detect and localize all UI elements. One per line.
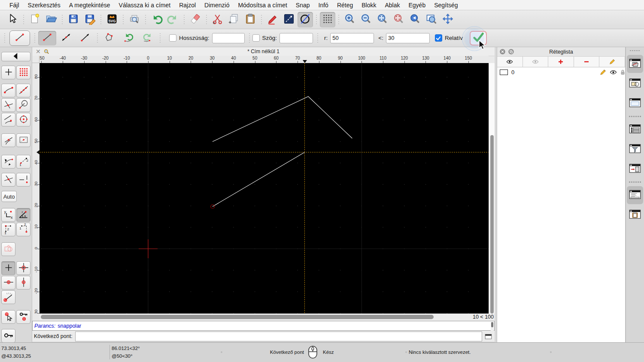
drawing-canvas[interactable]	[39, 63, 489, 314]
snap-free[interactable]	[1, 66, 15, 79]
length-input[interactable]	[212, 33, 245, 43]
menu-item-1[interactable]: Fájl	[5, 2, 24, 9]
relative-checkbox[interactable]	[435, 34, 442, 42]
panel-entity-list-button[interactable]	[627, 121, 643, 139]
menu-item-8[interactable]: Snap	[292, 2, 314, 9]
coordinate-cartesian[interactable]: yx	[1, 208, 15, 222]
crosshair-full[interactable]	[16, 261, 30, 275]
pick-coordinate[interactable]	[1, 310, 15, 324]
print-preview-button[interactable]	[127, 12, 142, 27]
menu-item-13[interactable]: Egyéb	[404, 2, 430, 9]
undo-button[interactable]	[149, 12, 164, 27]
redo-segment-button[interactable]	[139, 31, 157, 45]
remove-layer-button[interactable]	[574, 57, 600, 67]
new-document-button[interactable]	[27, 12, 43, 27]
menu-item-5[interactable]: Rajzol	[175, 2, 200, 9]
zoom-out-button[interactable]	[358, 12, 374, 27]
exclusive-snap[interactable]	[16, 173, 30, 187]
menu-item-3[interactable]: A megtekintése	[65, 2, 115, 9]
snap-center[interactable]	[16, 98, 30, 112]
menu-item-7[interactable]: Módosítsa a címet	[234, 2, 291, 9]
snap-on-entity[interactable]	[16, 84, 30, 97]
menu-item-11[interactable]: Blokk	[357, 2, 380, 9]
save-document-button[interactable]	[66, 12, 81, 27]
delete-selected-button[interactable]	[188, 12, 203, 27]
menu-item-14[interactable]: Segítség	[430, 2, 462, 9]
grid-toggle-button[interactable]	[320, 12, 335, 27]
divide-distance[interactable]: 12	[16, 155, 30, 169]
edit-pen-button[interactable]	[265, 12, 280, 27]
layer-row[interactable]: 0	[497, 67, 625, 77]
angle-input[interactable]	[279, 33, 313, 43]
line-ray-button[interactable]	[76, 31, 94, 45]
select-cursor-button[interactable]	[5, 12, 20, 27]
menu-item-4[interactable]: Válassza ki a címet	[115, 2, 175, 9]
horizontal-scroll-thumb[interactable]	[41, 315, 434, 319]
cut-button[interactable]	[210, 12, 225, 27]
panel-library-browser-button[interactable]	[627, 94, 643, 112]
snap-intersection-manual[interactable]	[1, 173, 15, 187]
angle-checkbox[interactable]	[252, 34, 260, 42]
polar-angle-input[interactable]	[386, 33, 430, 43]
snap-grid[interactable]	[16, 66, 30, 79]
menu-item-6[interactable]: Dimenzió	[200, 2, 234, 9]
copy-button[interactable]	[226, 12, 242, 27]
radius-input[interactable]	[330, 33, 374, 43]
menu-item-2[interactable]: Szerkesztés	[24, 2, 65, 9]
line-two-points-button[interactable]	[38, 31, 56, 45]
add-layer-button[interactable]	[548, 57, 574, 67]
layer-edit-pencil-icon[interactable]	[599, 69, 607, 75]
lock-zero[interactable]	[1, 329, 15, 343]
restrict-orthogonal[interactable]	[1, 155, 15, 169]
export-svg-button[interactable]: SVG	[104, 12, 120, 27]
snap-distance[interactable]	[1, 113, 15, 127]
lock-relative-zero[interactable]	[16, 310, 30, 324]
line-bidirectional-button[interactable]	[57, 31, 75, 45]
length-checkbox[interactable]	[169, 34, 176, 42]
back-button[interactable]	[1, 52, 30, 61]
hide-all-layers-button[interactable]	[523, 57, 549, 67]
open-document-button[interactable]	[43, 12, 59, 27]
panel-clipboard-button[interactable]	[627, 206, 643, 224]
command-input[interactable]	[75, 332, 482, 341]
draw-order-button[interactable]	[298, 12, 313, 27]
snap-middle[interactable]	[16, 113, 30, 127]
panel-selection-filter-button[interactable]	[627, 140, 643, 158]
corner-point-21[interactable]: 21	[16, 223, 30, 236]
zoom-in-button[interactable]	[342, 12, 358, 27]
menu-item-12[interactable]: Ablak	[380, 2, 404, 9]
set-relative-zero[interactable]	[1, 261, 15, 275]
relative-shape[interactable]	[1, 242, 15, 256]
paste-button[interactable]	[243, 12, 258, 27]
crosshair-horizontal[interactable]	[1, 276, 15, 290]
zoom-window-button[interactable]	[424, 12, 439, 27]
edit-layer-button[interactable]	[599, 57, 625, 67]
snap-intersection-auto[interactable]	[1, 98, 15, 112]
save-as-document-button[interactable]	[82, 12, 97, 27]
menu-item-10[interactable]: Réteg	[333, 2, 357, 9]
snap-endpoint[interactable]	[1, 84, 15, 97]
panel-layer-list-button[interactable]	[627, 55, 643, 73]
vertical-scroll-thumb[interactable]	[490, 135, 494, 314]
zoom-previous-button[interactable]	[391, 12, 407, 27]
snap-entity-box[interactable]	[16, 133, 30, 147]
line-attributes-button[interactable]	[281, 12, 297, 27]
show-all-layers-button[interactable]	[497, 57, 523, 67]
panel-block-list-button[interactable]	[627, 75, 643, 93]
panel-command-line-button[interactable]	[627, 186, 643, 204]
layer-visible-eye-icon[interactable]	[610, 69, 617, 75]
command-history-scrollbar[interactable]	[491, 322, 494, 331]
zoom-pan-button[interactable]	[440, 12, 456, 27]
zoom-auto-button[interactable]	[375, 12, 390, 27]
command-window-toggle-icon[interactable]	[485, 333, 492, 340]
polyline-tool-button[interactable]	[101, 31, 119, 45]
zoom-back-button[interactable]	[407, 12, 423, 27]
undo-segment-button[interactable]	[120, 31, 138, 45]
coordinate-polar[interactable]: ra	[16, 208, 30, 222]
menu-item-9[interactable]: Infó	[314, 2, 333, 9]
snap-tangent[interactable]	[1, 133, 15, 147]
angle-gauge[interactable]	[1, 290, 15, 304]
crosshair-vertical[interactable]	[16, 276, 30, 290]
confirm-button[interactable]	[470, 31, 487, 45]
auto-snap-button[interactable]: Auto	[1, 191, 17, 202]
